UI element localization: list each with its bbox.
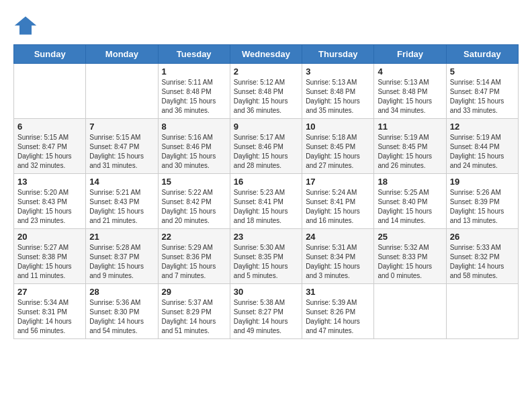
day-info: Sunrise: 5:38 AM Sunset: 8:27 PM Dayligh… [234,298,298,336]
day-number: 9 [234,122,298,132]
day-number: 28 [89,287,154,297]
calendar-cell: 3Sunrise: 5:13 AM Sunset: 8:48 PM Daylig… [302,64,374,119]
day-info: Sunrise: 5:15 AM Sunset: 8:47 PM Dayligh… [89,133,154,171]
day-header-friday: Friday [374,45,446,64]
calendar-cell: 16Sunrise: 5:23 AM Sunset: 8:41 PM Dayli… [230,174,302,229]
day-number: 17 [306,177,370,187]
logo [13,13,40,38]
day-number: 23 [234,232,298,242]
day-header-thursday: Thursday [302,45,374,64]
day-number: 21 [89,232,154,242]
day-info: Sunrise: 5:32 AM Sunset: 8:33 PM Dayligh… [378,243,442,281]
svg-marker-0 [15,17,36,35]
day-info: Sunrise: 5:25 AM Sunset: 8:40 PM Dayligh… [378,188,442,226]
day-number: 13 [17,177,82,187]
day-info: Sunrise: 5:22 AM Sunset: 8:42 PM Dayligh… [162,188,226,226]
day-number: 8 [162,122,226,132]
day-number: 14 [89,177,154,187]
calendar-cell [374,284,446,339]
day-info: Sunrise: 5:26 AM Sunset: 8:39 PM Dayligh… [450,188,515,226]
calendar-cell: 19Sunrise: 5:26 AM Sunset: 8:39 PM Dayli… [446,174,518,229]
day-info: Sunrise: 5:21 AM Sunset: 8:43 PM Dayligh… [89,188,154,226]
day-header-wednesday: Wednesday [230,45,302,64]
day-info: Sunrise: 5:18 AM Sunset: 8:45 PM Dayligh… [306,133,370,171]
day-info: Sunrise: 5:16 AM Sunset: 8:46 PM Dayligh… [162,133,226,171]
calendar-cell: 15Sunrise: 5:22 AM Sunset: 8:42 PM Dayli… [158,174,230,229]
calendar-cell: 2Sunrise: 5:12 AM Sunset: 8:48 PM Daylig… [230,64,302,119]
day-number: 3 [306,66,370,77]
day-info: Sunrise: 5:19 AM Sunset: 8:44 PM Dayligh… [450,133,515,171]
day-info: Sunrise: 5:12 AM Sunset: 8:48 PM Dayligh… [234,78,298,116]
calendar-cell: 11Sunrise: 5:19 AM Sunset: 8:45 PM Dayli… [374,119,446,174]
calendar-cell [14,64,86,119]
day-info: Sunrise: 5:29 AM Sunset: 8:36 PM Dayligh… [162,243,226,281]
calendar-cell: 27Sunrise: 5:34 AM Sunset: 8:31 PM Dayli… [14,284,86,339]
day-header-monday: Monday [86,45,158,64]
calendar-cell: 24Sunrise: 5:31 AM Sunset: 8:34 PM Dayli… [302,229,374,284]
day-number: 2 [234,66,298,77]
day-info: Sunrise: 5:13 AM Sunset: 8:48 PM Dayligh… [306,78,370,116]
calendar-cell: 7Sunrise: 5:15 AM Sunset: 8:47 PM Daylig… [86,119,158,174]
calendar-cell: 29Sunrise: 5:37 AM Sunset: 8:29 PM Dayli… [158,284,230,339]
day-number: 7 [89,122,154,132]
day-number: 30 [234,287,298,297]
calendar-week-2: 6Sunrise: 5:15 AM Sunset: 8:47 PM Daylig… [14,119,519,174]
page-header [13,13,519,38]
calendar-cell: 12Sunrise: 5:19 AM Sunset: 8:44 PM Dayli… [446,119,518,174]
calendar-cell: 6Sunrise: 5:15 AM Sunset: 8:47 PM Daylig… [14,119,86,174]
calendar-cell: 8Sunrise: 5:16 AM Sunset: 8:46 PM Daylig… [158,119,230,174]
day-number: 31 [306,287,370,297]
day-number: 19 [450,177,515,187]
day-info: Sunrise: 5:33 AM Sunset: 8:32 PM Dayligh… [450,243,515,281]
calendar-cell: 26Sunrise: 5:33 AM Sunset: 8:32 PM Dayli… [446,229,518,284]
day-info: Sunrise: 5:24 AM Sunset: 8:41 PM Dayligh… [306,188,370,226]
day-info: Sunrise: 5:31 AM Sunset: 8:34 PM Dayligh… [306,243,370,281]
day-header-tuesday: Tuesday [158,45,230,64]
day-number: 24 [306,232,370,242]
day-info: Sunrise: 5:36 AM Sunset: 8:30 PM Dayligh… [89,298,154,336]
calendar-cell: 25Sunrise: 5:32 AM Sunset: 8:33 PM Dayli… [374,229,446,284]
calendar-table: SundayMondayTuesdayWednesdayThursdayFrid… [13,44,519,339]
calendar-cell [86,64,158,119]
calendar-cell: 4Sunrise: 5:13 AM Sunset: 8:48 PM Daylig… [374,64,446,119]
calendar-cell: 10Sunrise: 5:18 AM Sunset: 8:45 PM Dayli… [302,119,374,174]
calendar-cell [446,284,518,339]
day-info: Sunrise: 5:23 AM Sunset: 8:41 PM Dayligh… [234,188,298,226]
day-info: Sunrise: 5:37 AM Sunset: 8:29 PM Dayligh… [162,298,226,336]
calendar-cell: 5Sunrise: 5:14 AM Sunset: 8:47 PM Daylig… [446,64,518,119]
day-header-sunday: Sunday [14,45,86,64]
calendar-cell: 23Sunrise: 5:30 AM Sunset: 8:35 PM Dayli… [230,229,302,284]
day-number: 1 [162,66,226,77]
day-number: 25 [378,232,442,242]
calendar-cell: 21Sunrise: 5:28 AM Sunset: 8:37 PM Dayli… [86,229,158,284]
day-number: 4 [378,66,442,77]
day-info: Sunrise: 5:30 AM Sunset: 8:35 PM Dayligh… [234,243,298,281]
calendar-cell: 22Sunrise: 5:29 AM Sunset: 8:36 PM Dayli… [158,229,230,284]
day-number: 12 [450,122,515,132]
day-info: Sunrise: 5:28 AM Sunset: 8:37 PM Dayligh… [89,243,154,281]
calendar-header-row: SundayMondayTuesdayWednesdayThursdayFrid… [14,45,519,64]
calendar-cell: 18Sunrise: 5:25 AM Sunset: 8:40 PM Dayli… [374,174,446,229]
day-number: 18 [378,177,442,187]
day-info: Sunrise: 5:15 AM Sunset: 8:47 PM Dayligh… [17,133,82,171]
day-info: Sunrise: 5:17 AM Sunset: 8:46 PM Dayligh… [234,133,298,171]
calendar-cell: 20Sunrise: 5:27 AM Sunset: 8:38 PM Dayli… [14,229,86,284]
calendar-cell: 28Sunrise: 5:36 AM Sunset: 8:30 PM Dayli… [86,284,158,339]
calendar-cell: 30Sunrise: 5:38 AM Sunset: 8:27 PM Dayli… [230,284,302,339]
calendar-cell: 31Sunrise: 5:39 AM Sunset: 8:26 PM Dayli… [302,284,374,339]
day-info: Sunrise: 5:39 AM Sunset: 8:26 PM Dayligh… [306,298,370,336]
logo-icon [13,13,38,38]
day-info: Sunrise: 5:34 AM Sunset: 8:31 PM Dayligh… [17,298,82,336]
calendar-cell: 17Sunrise: 5:24 AM Sunset: 8:41 PM Dayli… [302,174,374,229]
day-number: 6 [17,122,82,132]
calendar-cell: 13Sunrise: 5:20 AM Sunset: 8:43 PM Dayli… [14,174,86,229]
calendar-cell: 9Sunrise: 5:17 AM Sunset: 8:46 PM Daylig… [230,119,302,174]
day-number: 5 [450,66,515,77]
calendar-week-1: 1Sunrise: 5:11 AM Sunset: 8:48 PM Daylig… [14,64,519,119]
day-info: Sunrise: 5:13 AM Sunset: 8:48 PM Dayligh… [378,78,442,116]
day-info: Sunrise: 5:14 AM Sunset: 8:47 PM Dayligh… [450,78,515,116]
day-number: 27 [17,287,82,297]
day-info: Sunrise: 5:11 AM Sunset: 8:48 PM Dayligh… [162,78,226,116]
calendar-week-3: 13Sunrise: 5:20 AM Sunset: 8:43 PM Dayli… [14,174,519,229]
day-number: 11 [378,122,442,132]
